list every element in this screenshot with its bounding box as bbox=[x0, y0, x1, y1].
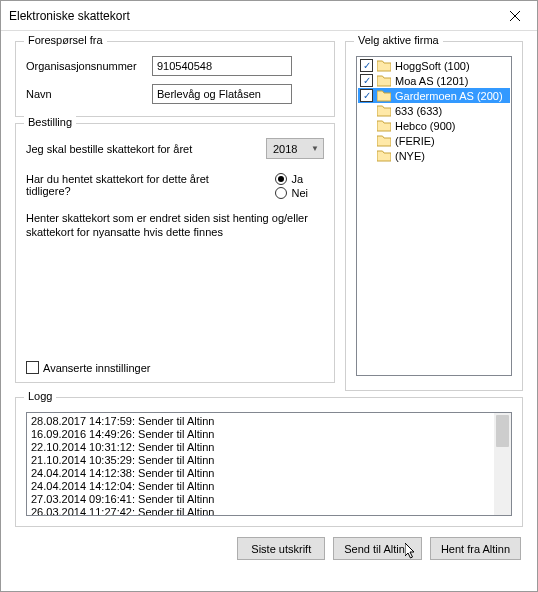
advanced-label: Avanserte innstillinger bbox=[43, 362, 150, 374]
folder-icon bbox=[377, 120, 391, 132]
logg-line: 28.08.2017 14:17:59: Sender til Altinn bbox=[31, 415, 493, 428]
firma-item[interactable]: (FERIE) bbox=[358, 133, 510, 148]
chevron-down-icon: ▼ bbox=[311, 144, 319, 153]
checkbox-icon bbox=[26, 361, 39, 374]
logg-line: 27.03.2014 09:16:41: Sender til Altinn bbox=[31, 493, 493, 506]
radio-icon bbox=[275, 173, 287, 185]
firma-item-label: HoggSoft (100) bbox=[395, 60, 470, 72]
radio-nei-label: Nei bbox=[291, 187, 308, 199]
logg-line: 24.04.2014 14:12:38: Sender til Altinn bbox=[31, 467, 493, 480]
firma-item[interactable]: Hebco (900) bbox=[358, 118, 510, 133]
logg-box[interactable]: 28.08.2017 14:17:59: Sender til Altinn16… bbox=[26, 412, 512, 516]
siste-utskrift-label: Siste utskrift bbox=[251, 543, 311, 555]
close-button[interactable] bbox=[493, 1, 537, 31]
advanced-toggle[interactable]: Avanserte innstillinger bbox=[26, 361, 150, 374]
legend-firma: Velg aktive firma bbox=[354, 34, 443, 46]
firma-tree[interactable]: HoggSoft (100)Moa AS (1201)Gardermoen AS… bbox=[356, 56, 512, 376]
scrollbar[interactable] bbox=[494, 413, 511, 515]
folder-icon bbox=[377, 90, 391, 102]
year-select[interactable]: 2018 ▼ bbox=[266, 138, 324, 159]
bestilling-question: Har du hentet skattekort for dette året … bbox=[26, 173, 236, 197]
folder-icon bbox=[377, 75, 391, 87]
checkbox-icon bbox=[360, 74, 373, 87]
navn-input[interactable] bbox=[152, 84, 292, 104]
radio-ja-label: Ja bbox=[291, 173, 303, 185]
spacer bbox=[360, 119, 373, 132]
firma-item[interactable]: (NYE) bbox=[358, 148, 510, 163]
window-title: Elektroniske skattekort bbox=[9, 9, 130, 23]
siste-utskrift-button[interactable]: Siste utskrift bbox=[237, 537, 325, 560]
firma-item-label: Moa AS (1201) bbox=[395, 75, 468, 87]
send-til-altinn-label: Send til Altinn bbox=[344, 543, 411, 555]
logg-line: 26.03.2014 11:27:42: Sender til Altinn bbox=[31, 506, 493, 516]
hent-fra-altinn-label: Hent fra Altinn bbox=[441, 543, 510, 555]
firma-item[interactable]: Moa AS (1201) bbox=[358, 73, 510, 88]
orgnr-label: Organisasjonsnummer bbox=[26, 60, 146, 72]
group-foresporsel: Forespørsel fra Organisasjonsnummer Navn bbox=[15, 41, 335, 117]
checkbox-icon bbox=[360, 89, 373, 102]
firma-item-label: (NYE) bbox=[395, 150, 425, 162]
scrollbar-thumb[interactable] bbox=[496, 415, 509, 447]
group-firma: Velg aktive firma HoggSoft (100)Moa AS (… bbox=[345, 41, 523, 391]
radio-icon bbox=[275, 187, 287, 199]
group-bestilling: Bestilling Jeg skal bestille skattekort … bbox=[15, 123, 335, 383]
firma-item[interactable]: HoggSoft (100) bbox=[358, 58, 510, 73]
checkbox-icon bbox=[360, 59, 373, 72]
group-logg: Logg 28.08.2017 14:17:59: Sender til Alt… bbox=[15, 397, 523, 527]
bestilling-line1: Jeg skal bestille skattekort for året bbox=[26, 143, 192, 155]
firma-item-label: (FERIE) bbox=[395, 135, 435, 147]
spacer bbox=[360, 134, 373, 147]
firma-item-label: 633 (633) bbox=[395, 105, 442, 117]
logg-line: 21.10.2014 10:35:29: Sender til Altinn bbox=[31, 454, 493, 467]
spacer bbox=[360, 104, 373, 117]
spacer bbox=[360, 149, 373, 162]
folder-icon bbox=[377, 135, 391, 147]
legend-logg: Logg bbox=[24, 390, 56, 402]
radio-nei[interactable]: Nei bbox=[275, 187, 308, 199]
legend-foresporsel: Forespørsel fra bbox=[24, 34, 107, 46]
logg-line: 16.09.2016 14:49:26: Sender til Altinn bbox=[31, 428, 493, 441]
send-til-altinn-button[interactable]: Send til Altinn bbox=[333, 537, 422, 560]
navn-label: Navn bbox=[26, 88, 146, 100]
firma-item-label: Gardermoen AS (200) bbox=[395, 90, 503, 102]
bestilling-info: Henter skattekort som er endret siden si… bbox=[26, 211, 324, 240]
legend-bestilling: Bestilling bbox=[24, 116, 76, 128]
logg-line: 24.04.2014 14:12:04: Sender til Altinn bbox=[31, 480, 493, 493]
folder-icon bbox=[377, 105, 391, 117]
firma-item[interactable]: 633 (633) bbox=[358, 103, 510, 118]
firma-item[interactable]: Gardermoen AS (200) bbox=[358, 88, 510, 103]
orgnr-input[interactable] bbox=[152, 56, 292, 76]
folder-icon bbox=[377, 150, 391, 162]
hent-fra-altinn-button[interactable]: Hent fra Altinn bbox=[430, 537, 521, 560]
radio-ja[interactable]: Ja bbox=[275, 173, 308, 185]
firma-item-label: Hebco (900) bbox=[395, 120, 456, 132]
folder-icon bbox=[377, 60, 391, 72]
year-value: 2018 bbox=[273, 143, 297, 155]
close-icon bbox=[510, 11, 520, 21]
logg-line: 22.10.2014 10:31:12: Sender til Altinn bbox=[31, 441, 493, 454]
